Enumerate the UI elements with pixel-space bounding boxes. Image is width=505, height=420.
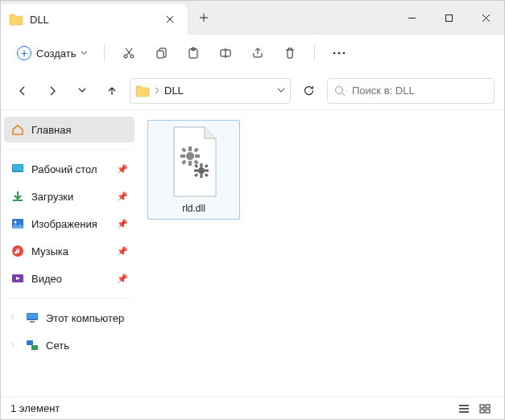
sidebar-item-desktop[interactable]: Рабочий стол 📌 [4, 156, 135, 182]
svg-point-7 [333, 52, 336, 55]
music-icon [10, 245, 25, 257]
rename-button[interactable] [211, 39, 240, 68]
paste-icon [187, 47, 200, 60]
address-bar[interactable]: DLL [130, 78, 291, 104]
pictures-icon [10, 217, 25, 230]
search-icon [334, 85, 346, 97]
address-dropdown[interactable] [277, 88, 285, 93]
svg-rect-19 [30, 321, 35, 323]
up-button[interactable] [100, 79, 123, 103]
sidebar-item-music[interactable]: Музыка 📌 [4, 238, 135, 264]
chevron-right-icon [155, 87, 159, 94]
svg-point-22 [186, 152, 194, 160]
svg-rect-40 [480, 405, 484, 408]
pin-icon: 📌 [117, 246, 128, 257]
svg-rect-42 [480, 410, 484, 413]
tab-current[interactable]: DLL [1, 4, 188, 35]
cut-button[interactable] [114, 39, 143, 68]
svg-rect-23 [188, 146, 192, 151]
expand-icon[interactable]: 〉 [10, 312, 19, 323]
svg-rect-34 [194, 170, 198, 172]
forward-button[interactable] [40, 79, 64, 103]
svg-rect-25 [180, 154, 185, 158]
svg-rect-3 [157, 51, 164, 58]
create-button[interactable]: + Создать [10, 43, 94, 64]
sidebar-item-pictures[interactable]: Изображения 📌 [4, 211, 135, 237]
folder-icon [135, 84, 150, 97]
sidebar-label: Сеть [46, 340, 128, 352]
recent-button[interactable] [70, 79, 93, 103]
dll-file-icon [166, 126, 222, 198]
file-list[interactable]: rld.dll [138, 110, 504, 397]
sidebar-label: Загрузки [31, 191, 110, 203]
expand-icon[interactable]: 〉 [10, 340, 19, 351]
sidebar-item-computer[interactable]: 〉 Этот компьютер [4, 305, 135, 331]
video-icon [10, 272, 25, 285]
search-box[interactable] [327, 78, 495, 104]
maximize-button[interactable] [430, 1, 467, 35]
sidebar-item-network[interactable]: 〉 Сеть [4, 332, 135, 358]
sidebar-label: Этот компьютер [46, 312, 128, 324]
download-icon [10, 190, 25, 203]
paste-button[interactable] [179, 39, 208, 68]
sidebar-label: Видео [31, 273, 110, 285]
more-button[interactable] [325, 39, 354, 68]
refresh-button[interactable] [297, 79, 321, 103]
folder-icon [9, 13, 23, 26]
body: Главная Рабочий стол 📌 Загрузки 📌 Изобра… [1, 110, 504, 397]
delete-button[interactable] [275, 39, 304, 68]
search-input[interactable] [352, 84, 487, 97]
tab-close-button[interactable] [160, 10, 180, 29]
svg-rect-21 [31, 345, 38, 350]
sidebar-item-home[interactable]: Главная [4, 117, 135, 142]
copy-icon [155, 47, 168, 60]
plus-icon: + [17, 46, 31, 60]
desktop-icon [10, 163, 25, 175]
computer-icon [25, 311, 39, 324]
chevron-down-icon [81, 51, 88, 56]
minimize-button[interactable] [393, 1, 430, 35]
view-tiles-button[interactable] [475, 400, 495, 418]
share-icon [251, 47, 264, 60]
sidebar-item-downloads[interactable]: Загрузки 📌 [4, 183, 135, 209]
sidebar-label: Изображения [31, 218, 110, 230]
network-icon [25, 339, 39, 352]
titlebar: DLL [1, 1, 504, 35]
svg-rect-12 [13, 165, 23, 171]
explorer-window: DLL + Создать DLL [0, 0, 505, 420]
svg-rect-24 [188, 161, 192, 166]
sidebar-label: Рабочий стол [31, 163, 110, 175]
status-bar: 1 элемент [1, 397, 504, 419]
address-path: DLL [164, 84, 184, 97]
share-button[interactable] [243, 39, 272, 68]
view-details-button[interactable] [454, 400, 474, 418]
svg-rect-20 [27, 340, 33, 345]
close-button[interactable] [467, 1, 504, 35]
svg-rect-33 [200, 174, 202, 178]
sidebar-item-videos[interactable]: Видео 📌 [4, 266, 135, 291]
cut-icon [122, 47, 135, 60]
toolbar: + Создать [1, 35, 504, 72]
new-tab-button[interactable] [188, 1, 220, 35]
svg-rect-41 [486, 405, 490, 408]
svg-point-2 [130, 55, 134, 58]
svg-point-1 [124, 55, 127, 58]
copy-button[interactable] [147, 39, 176, 68]
pin-icon: 📌 [117, 274, 128, 284]
back-button[interactable] [10, 79, 34, 103]
svg-point-14 [14, 221, 17, 224]
pin-icon: 📌 [117, 164, 128, 175]
create-label: Создать [36, 47, 76, 60]
svg-point-8 [338, 52, 341, 55]
svg-rect-32 [200, 163, 202, 167]
pin-icon: 📌 [117, 219, 128, 229]
tab-title: DLL [30, 14, 160, 26]
delete-icon [284, 47, 296, 60]
file-item[interactable]: rld.dll [147, 120, 240, 220]
svg-point-9 [343, 52, 346, 55]
more-icon [333, 51, 346, 55]
sidebar-label: Главная [31, 124, 128, 136]
svg-rect-43 [486, 410, 490, 413]
sidebar: Главная Рабочий стол 📌 Загрузки 📌 Изобра… [1, 110, 138, 397]
svg-rect-35 [205, 170, 209, 172]
